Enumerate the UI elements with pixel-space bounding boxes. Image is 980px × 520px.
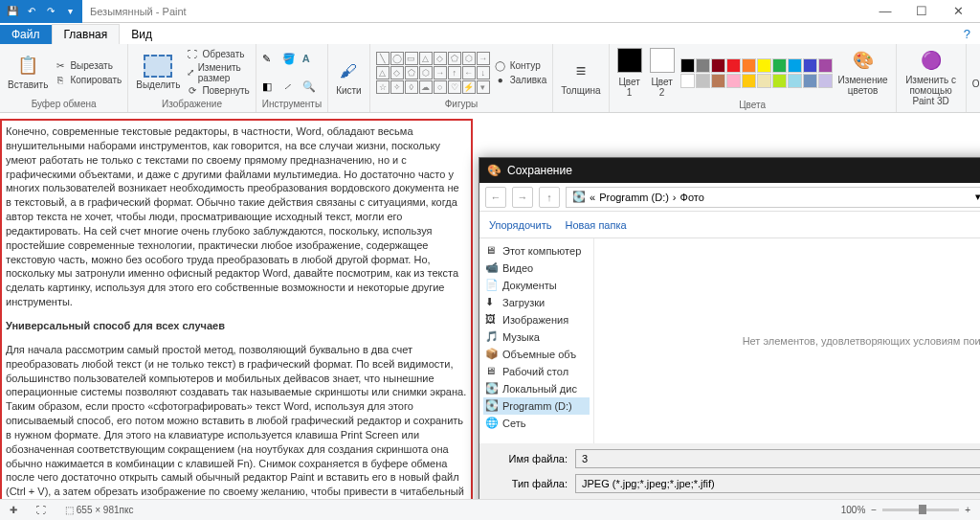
tree-item[interactable]: 🖥Рабочий стол <box>483 363 590 380</box>
new-folder-button[interactable]: Новая папка <box>565 219 626 231</box>
resize-icon: ⤢ <box>186 66 194 79</box>
canvas-size: ⬚ 655 × 981пкс <box>65 505 133 515</box>
status-bar: ✚ ⛶ ⬚ 655 × 981пкс 100% − + <box>0 499 980 520</box>
zoom-in-button[interactable]: + <box>965 505 970 515</box>
rotate-icon: ⟳ <box>186 84 199 98</box>
palette-swatch[interactable] <box>742 58 756 73</box>
ribbon-tabs: Файл Главная Вид ? <box>0 23 980 44</box>
color2-button[interactable]: Цвет 2 <box>648 46 677 100</box>
brush-icon: 🖌 <box>337 60 360 83</box>
select-button[interactable]: Выделить <box>134 53 182 92</box>
palette-swatch[interactable] <box>696 58 710 73</box>
tree-item[interactable]: 💽Локальный дис <box>483 380 590 397</box>
palette-swatch[interactable] <box>757 74 771 88</box>
product-alert-button[interactable]: iОповещение продукта <box>972 54 980 102</box>
minimize-button[interactable]: — <box>871 4 900 18</box>
shapes-gallery[interactable]: ╲◯▭△◇⬠⬡→ △◇⬠⬡→↑←↓ ☆✧◊☁○♡⚡▾ <box>376 52 490 94</box>
tree-item[interactable]: ⬇Загрузки <box>483 294 590 311</box>
text-tool[interactable]: A <box>302 53 320 64</box>
tab-view[interactable]: Вид <box>120 25 164 44</box>
palette-swatch[interactable] <box>772 74 787 88</box>
folder-tree[interactable]: 🖥Этот компьютер📹Видео📄Документы⬇Загрузки… <box>479 238 594 443</box>
edit-colors-button[interactable]: 🎨Изменение цветов <box>836 48 890 98</box>
paint3d-button[interactable]: 🟣Изменить с помощью Paint 3D <box>902 48 960 108</box>
palette-swatch[interactable] <box>803 58 817 73</box>
palette-swatch[interactable] <box>788 74 802 88</box>
canvas-area[interactable]: Конечно, современные текстовые редакторы… <box>0 113 980 520</box>
tree-item[interactable]: 🎵Музыка <box>483 328 590 346</box>
palette-swatch[interactable] <box>680 74 695 88</box>
forward-button[interactable]: → <box>512 187 533 208</box>
save-dialog: 🎨 Сохранение ✕ ← → ↑ 💽 «Programm (D:)›Фо… <box>479 157 980 520</box>
zoom-tool[interactable]: 🔍 <box>302 80 320 93</box>
resize-button[interactable]: ⤢Изменить размер <box>186 62 249 83</box>
quick-access-toolbar: 💾 ↶ ↷ ▾ <box>0 0 82 23</box>
redo-icon[interactable]: ↷ <box>42 3 59 20</box>
tab-home[interactable]: Главная <box>52 24 121 44</box>
up-button[interactable]: ↑ <box>539 187 560 208</box>
cut-button[interactable]: ✂Вырезать <box>54 58 122 72</box>
selection-icon: ⛶ <box>36 505 46 515</box>
pencil-tool[interactable]: ✎ <box>262 53 279 65</box>
rotate-button[interactable]: ⟳Повернуть <box>186 84 249 98</box>
save-icon[interactable]: 💾 <box>4 3 21 20</box>
palette-swatch[interactable] <box>680 58 695 73</box>
tree-item[interactable]: 🖥Этот компьютер <box>483 242 590 260</box>
palette-swatch[interactable] <box>803 74 817 88</box>
filename-input[interactable]: 3▾ <box>575 449 980 468</box>
tree-item[interactable]: 💽Programm (D:) <box>483 397 590 415</box>
palette-swatch[interactable] <box>726 58 741 73</box>
breadcrumb[interactable]: 💽 «Programm (D:)›Фото ▾ ⟳ <box>566 187 980 208</box>
size-button[interactable]: ≡Толщина <box>559 58 602 98</box>
fill-shape-button[interactable]: ●Заливка <box>494 73 547 86</box>
eraser-tool[interactable]: ◧ <box>262 80 279 93</box>
zoom-level: 100% <box>841 505 866 515</box>
title-bar: 💾 ↶ ↷ ▾ Безымянный - Paint — ☐ ✕ <box>0 0 980 23</box>
tree-item[interactable]: 🌐Сеть <box>483 415 590 432</box>
filetype-select[interactable]: JPEG (*.jpg;*.jpeg;*.jpe;*.jfif)▾ <box>575 474 980 493</box>
palette-swatch[interactable] <box>757 58 771 73</box>
color1-button[interactable]: Цвет 1 <box>615 46 644 100</box>
palette-swatch[interactable] <box>726 74 741 88</box>
selected-text-region: Конечно, современные текстовые редакторы… <box>0 119 473 507</box>
paste-button[interactable]: 📋Вставить <box>6 53 50 92</box>
color1-swatch <box>617 48 642 73</box>
tab-file[interactable]: Файл <box>0 25 52 44</box>
tree-item[interactable]: 🖼Изображения <box>483 311 590 328</box>
drive-icon: 💽 <box>572 191 586 203</box>
palette-swatch[interactable] <box>788 58 802 73</box>
palette-swatch[interactable] <box>696 74 710 88</box>
qat-menu-icon[interactable]: ▾ <box>61 3 78 20</box>
close-button[interactable]: ✕ <box>944 4 972 18</box>
brushes-button[interactable]: 🖌Кисти <box>334 58 364 98</box>
dialog-title: Сохранение <box>507 164 572 177</box>
file-list[interactable]: Нет элементов, удовлетворяющих условиям … <box>594 238 980 443</box>
zoom-out-button[interactable]: − <box>871 505 877 515</box>
crop-button[interactable]: ⛶Обрезать <box>186 48 249 61</box>
organize-button[interactable]: Упорядочить <box>489 219 551 231</box>
palette-swatch[interactable] <box>711 74 725 88</box>
zoom-slider[interactable] <box>882 509 959 511</box>
rainbow-icon: 🎨 <box>852 50 875 73</box>
copy-icon: ⎘ <box>54 73 67 86</box>
picker-tool[interactable]: ⟋ <box>282 80 300 92</box>
tree-item[interactable]: 📄Документы <box>483 277 590 294</box>
help-icon[interactable]: ? <box>954 24 980 44</box>
palette-swatch[interactable] <box>742 74 756 88</box>
maximize-button[interactable]: ☐ <box>907 4 936 18</box>
palette-swatch[interactable] <box>772 58 787 73</box>
tree-item[interactable]: 📦Объемные объ <box>483 346 590 363</box>
clipboard-icon: 📋 <box>16 55 39 78</box>
ribbon: 📋Вставить ✂Вырезать ⎘Копировать Буфер об… <box>0 44 980 113</box>
outline-button[interactable]: ◯Контур <box>494 58 547 72</box>
cursor-pos-icon: ✚ <box>10 505 17 515</box>
palette-swatch[interactable] <box>711 58 725 73</box>
color-palette[interactable] <box>680 58 833 88</box>
fill-tool[interactable]: 🪣 <box>282 53 300 65</box>
tree-item[interactable]: 📹Видео <box>483 260 590 277</box>
copy-button[interactable]: ⎘Копировать <box>54 73 122 86</box>
undo-icon[interactable]: ↶ <box>23 3 40 20</box>
palette-swatch[interactable] <box>818 58 833 73</box>
back-button[interactable]: ← <box>485 187 506 208</box>
palette-swatch[interactable] <box>818 74 833 88</box>
